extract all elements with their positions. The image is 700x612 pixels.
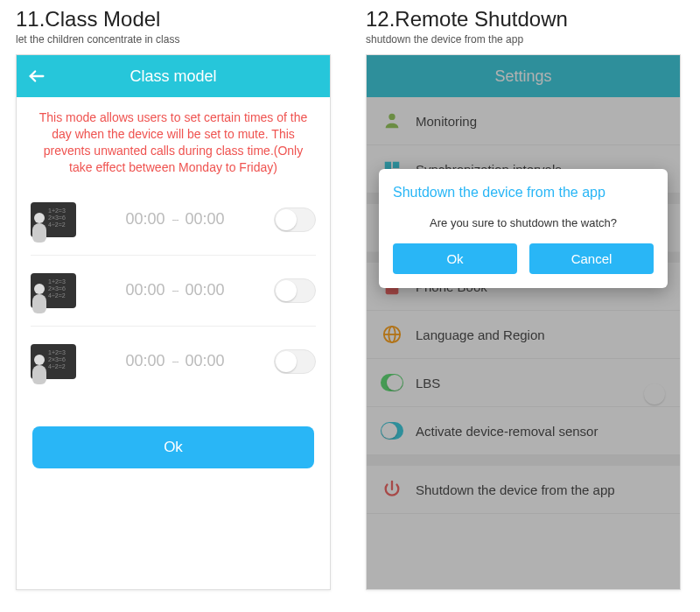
class-icon: 1+2=32×3=64÷2=2 [31,202,76,237]
slot-toggle[interactable] [274,278,316,303]
mode-description: This mode allows users to set certain ti… [17,97,330,185]
section-12-title: 12.Remote Shutdown [366,7,684,32]
time-range[interactable]: 00:00 --- 00:00 [76,210,274,229]
end-time: 00:00 [186,281,225,299]
time-range[interactable]: 00:00 --- 00:00 [76,352,274,370]
dialog-message: Are you sure to shutdown the watch? [393,216,654,229]
topbar: Class model [17,55,330,97]
section-11-subtitle: let the children concentrate in class [16,33,334,46]
time-slot: 1+2=32×3=64÷2=2 00:00 --- 00:00 [31,327,316,397]
start-time: 00:00 [125,210,164,229]
end-time: 00:00 [186,210,225,229]
time-separator: --- [172,356,178,366]
class-icon: 1+2=32×3=64÷2=2 [31,273,76,308]
start-time: 00:00 [125,281,164,299]
screen-title: Class model [130,67,216,86]
dialog-ok-button[interactable]: Ok [393,243,517,274]
modal-backdrop[interactable] [367,55,680,589]
time-separator: --- [172,285,178,295]
section-11-title: 11.Class Model [16,7,334,32]
time-slot: 1+2=32×3=64÷2=2 00:00 --- 00:00 [31,256,316,327]
ok-button[interactable]: Ok [32,426,314,468]
time-range[interactable]: 00:00 --- 00:00 [76,281,274,299]
time-slot: 1+2=32×3=64÷2=2 00:00 --- 00:00 [31,185,316,256]
slot-toggle[interactable] [274,349,316,374]
section-12-subtitle: shutdown the device from the app [366,33,684,46]
shutdown-dialog: Shutdown the device from the app Are you… [379,169,668,288]
arrow-left-icon [27,67,46,86]
phone-settings: Settings Monitoring Synchronization inte… [366,54,681,590]
start-time: 00:00 [125,352,164,370]
end-time: 00:00 [186,352,225,370]
class-icon: 1+2=32×3=64÷2=2 [31,344,76,379]
dialog-cancel-button[interactable]: Cancel [529,243,654,274]
slot-toggle[interactable] [274,208,316,232]
phone-class-model: Class model This mode allows users to se… [16,54,331,590]
time-separator: --- [172,215,178,224]
back-button[interactable] [27,55,46,97]
dialog-title: Shutdown the device from the app [393,185,654,200]
time-slot-list: 1+2=32×3=64÷2=2 00:00 --- 00:00 1+2=32×3… [17,185,330,397]
